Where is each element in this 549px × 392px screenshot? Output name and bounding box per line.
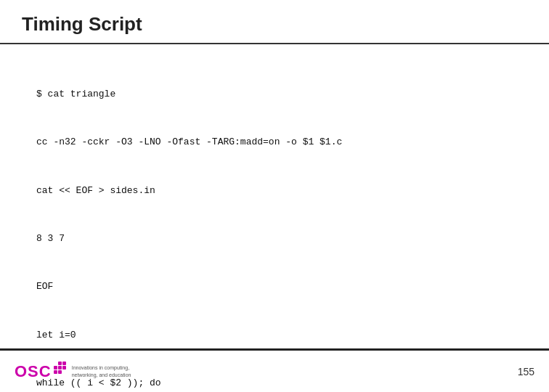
dot-2 xyxy=(58,362,62,365)
logo-tagline: Innovations in computing, networking, an… xyxy=(72,364,131,377)
dot-1 xyxy=(54,362,57,365)
page-container: Timing Script $ cat triangle cc -n32 -cc… xyxy=(0,0,549,392)
dot-3 xyxy=(62,362,66,365)
code-line-5: EOF xyxy=(36,279,527,295)
code-block: $ cat triangle cc -n32 -cckr -O3 -LNO -O… xyxy=(36,54,527,392)
logo-area: OSC Innovations in computing, networking… xyxy=(15,362,131,381)
tagline-line2: networking, and education xyxy=(72,372,131,378)
dot-5 xyxy=(58,366,62,369)
osc-logo: OSC xyxy=(15,362,66,381)
page-title: Timing Script xyxy=(22,13,527,36)
osc-grid-icon xyxy=(54,362,66,374)
dot-6 xyxy=(62,366,66,369)
code-line-6: let i=0 xyxy=(36,327,527,343)
code-line-4: 8 3 7 xyxy=(36,231,527,247)
tagline-line1: Innovations in computing, xyxy=(72,364,131,371)
title-section: Timing Script xyxy=(0,0,549,44)
code-line-1: $ cat triangle xyxy=(36,86,527,102)
dot-7 xyxy=(54,370,57,374)
bottom-bar: OSC Innovations in computing, networking… xyxy=(0,348,549,392)
osc-logo-text: OSC xyxy=(15,362,52,381)
dot-9 xyxy=(62,370,66,374)
code-line-3: cat << EOF > sides.in xyxy=(36,183,527,199)
dot-4 xyxy=(54,366,57,369)
dot-8 xyxy=(58,370,62,374)
page-number: 155 xyxy=(518,366,534,377)
code-line-2: cc -n32 -cckr -O3 -LNO -Ofast -TARG:madd… xyxy=(36,134,527,150)
code-section: $ cat triangle cc -n32 -cckr -O3 -LNO -O… xyxy=(0,44,549,392)
